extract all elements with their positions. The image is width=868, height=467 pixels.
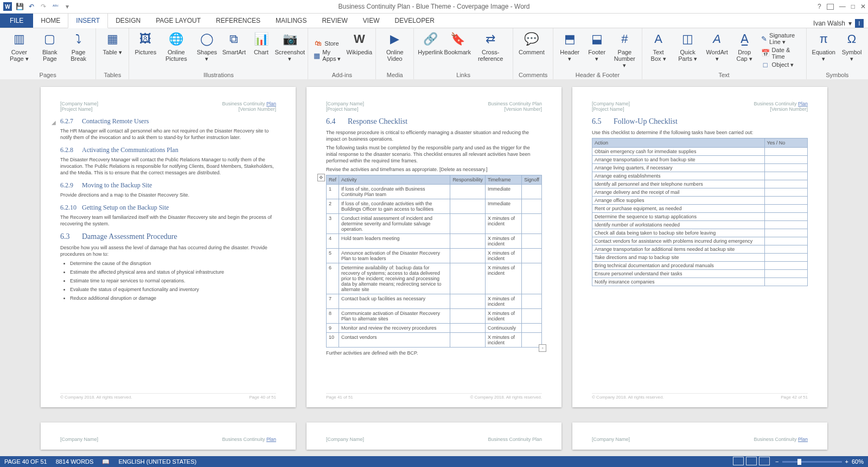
group-label: Comments <box>519 72 547 78</box>
bookmark-button[interactable]: 🔖Bookmark <box>446 30 468 71</box>
shapes-icon: ◯ <box>198 30 215 48</box>
page-number-button[interactable]: #Page Number ▾ <box>613 30 636 71</box>
cover-page-icon: ▥ <box>10 30 28 48</box>
minimize-icon[interactable]: — <box>839 3 846 10</box>
my-apps-button[interactable]: ▦My Apps ▾ <box>314 49 343 62</box>
signature-icon: ✎ <box>761 34 767 43</box>
drop-cap-icon: A̲ <box>736 30 753 48</box>
my-apps-icon: ▦ <box>314 51 320 60</box>
symbol-button[interactable]: ΩSymbol ▾ <box>841 30 863 71</box>
user-menu-caret-icon: ▾ <box>848 20 852 27</box>
blank-page-icon: ▢ <box>41 30 59 48</box>
smartart-icon: ⧉ <box>225 30 242 48</box>
cross-ref-icon: ⇄ <box>482 30 499 48</box>
header-button[interactable]: ⬒Header ▾ <box>559 30 580 71</box>
tab-developer[interactable]: DEVELOPER <box>387 14 442 28</box>
tab-view[interactable]: VIEW <box>355 14 387 28</box>
online-video-button[interactable]: ▶Online Video <box>381 30 408 71</box>
document-canvas[interactable]: ◢ [Company Name][Project Name] Business … <box>0 79 868 80</box>
file-tab[interactable]: FILE <box>0 14 33 28</box>
tab-mailings[interactable]: MAILINGS <box>268 14 314 28</box>
pictures-icon: 🖼 <box>137 30 154 48</box>
ribbon-tabs: FILE HOME INSERT DESIGN PAGE LAYOUT REFE… <box>0 14 868 28</box>
equation-button[interactable]: πEquation ▾ <box>812 30 835 71</box>
group-label: Tables <box>101 72 123 78</box>
wikipedia-icon: W <box>350 30 368 48</box>
close-icon[interactable]: ✕ <box>860 3 866 10</box>
bookmark-icon: 🔖 <box>449 30 466 48</box>
shapes-button[interactable]: ◯Shapes ▾ <box>196 30 218 71</box>
group-label: Illustrations <box>135 72 302 78</box>
ribbon-group-symbols: πEquation ▾ ΩSymbol ▾ Symbols <box>807 28 868 79</box>
ribbon-group-addins: 🛍Store ▦My Apps ▾ WWikipedia Add-ins <box>308 28 376 79</box>
group-label: Add-ins <box>314 72 370 78</box>
date-time-icon: 📅 <box>761 49 770 58</box>
drop-cap-button[interactable]: A̲Drop Cap ▾ <box>733 30 756 71</box>
quick-parts-icon: ◫ <box>679 30 697 48</box>
smartart-button[interactable]: ⧉SmartArt <box>223 30 245 71</box>
footer-icon: ⬓ <box>588 30 605 48</box>
ribbon-group-illustrations: 🖼Pictures 🌐Online Pictures ◯Shapes ▾ ⧉Sm… <box>129 28 308 79</box>
ribbon-group-tables: ▦Table ▾ Tables <box>96 28 129 79</box>
cross-reference-button[interactable]: ⇄Cross-reference <box>474 30 507 71</box>
group-label: Text <box>648 72 801 78</box>
wordart-button[interactable]: AWordArt ▾ <box>706 30 728 71</box>
screenshot-button[interactable]: 📷Screenshot ▾ <box>277 30 302 71</box>
store-button[interactable]: 🛍Store <box>314 39 343 48</box>
object-button[interactable]: □Object ▾ <box>761 61 801 70</box>
online-pictures-button[interactable]: 🌐Online Pictures <box>162 30 190 71</box>
blank-page-button[interactable]: ▢Blank Page <box>39 30 61 71</box>
user-name: Ivan Walsh <box>813 20 845 27</box>
cover-page-button[interactable]: ▥Cover Page ▾ <box>5 30 33 71</box>
symbol-icon: Ω <box>843 30 860 48</box>
group-label: Media <box>381 72 408 78</box>
page-number-icon: # <box>616 30 633 48</box>
tab-review[interactable]: REVIEW <box>314 14 355 28</box>
group-label: Links <box>419 72 507 78</box>
wikipedia-button[interactable]: WWikipedia <box>348 30 370 71</box>
table-icon: ▦ <box>104 30 121 48</box>
title-bar: W 💾 ↶ ↷ ᴬᴮᶜ ▾ Business Continuity Plan -… <box>0 0 868 14</box>
store-icon: 🛍 <box>314 39 322 48</box>
online-pictures-icon: 🌐 <box>168 30 185 48</box>
hyperlink-icon: 🔗 <box>422 30 439 48</box>
tab-insert[interactable]: INSERT <box>68 13 108 28</box>
ribbon-group-header-footer: ⬒Header ▾ ⬓Footer ▾ #Page Number ▾ Heade… <box>553 28 642 79</box>
tab-home[interactable]: HOME <box>33 14 68 28</box>
page-break-button[interactable]: ⤵Page Break <box>67 30 90 71</box>
maximize-icon[interactable]: □ <box>851 3 855 10</box>
comment-icon: 💬 <box>523 30 540 48</box>
user-avatar-icon: I <box>855 19 864 28</box>
pictures-button[interactable]: 🖼Pictures <box>135 30 156 71</box>
tab-design[interactable]: DESIGN <box>108 14 148 28</box>
wordart-icon: A <box>709 30 726 48</box>
ribbon-body: ▥Cover Page ▾ ▢Blank Page ⤵Page Break Pa… <box>0 28 868 80</box>
comment-button[interactable]: 💬Comment <box>519 30 545 71</box>
user-area[interactable]: Ivan Walsh ▾ I <box>813 19 868 28</box>
signature-line-button[interactable]: ✎Signature Line ▾ <box>761 32 801 46</box>
screenshot-icon: 📷 <box>281 30 298 48</box>
tab-page-layout[interactable]: PAGE LAYOUT <box>148 14 208 28</box>
header-icon: ⬒ <box>561 30 578 48</box>
help-icon[interactable]: ? <box>818 3 821 10</box>
tab-references[interactable]: REFERENCES <box>208 14 268 28</box>
chart-icon: 📊 <box>252 30 270 48</box>
footer-button[interactable]: ⬓Footer ▾ <box>586 30 608 71</box>
text-box-icon: A <box>650 30 667 48</box>
object-icon: □ <box>761 61 770 70</box>
ribbon-group-links: 🔗Hyperlink 🔖Bookmark ⇄Cross-reference Li… <box>414 28 513 79</box>
table-button[interactable]: ▦Table ▾ <box>101 30 123 71</box>
equation-icon: π <box>815 30 832 48</box>
page-break-icon: ⤵ <box>70 30 87 48</box>
ribbon-group-text: AText Box ▾ ◫Quick Parts ▾ AWordArt ▾ A̲… <box>642 28 807 79</box>
text-box-button[interactable]: AText Box ▾ <box>648 30 669 71</box>
chart-button[interactable]: 📊Chart <box>250 30 272 71</box>
group-label: Header & Footer <box>559 72 636 78</box>
quick-parts-button[interactable]: ◫Quick Parts ▾ <box>675 30 701 71</box>
ribbon-group-comments: 💬Comment Comments <box>513 28 553 79</box>
ribbon-group-pages: ▥Cover Page ▾ ▢Blank Page ⤵Page Break Pa… <box>0 28 96 79</box>
date-time-button[interactable]: 📅Date & Time <box>761 47 801 60</box>
hyperlink-button[interactable]: 🔗Hyperlink <box>419 30 441 71</box>
ribbon-options-icon[interactable] <box>827 4 834 10</box>
video-icon: ▶ <box>386 30 404 48</box>
